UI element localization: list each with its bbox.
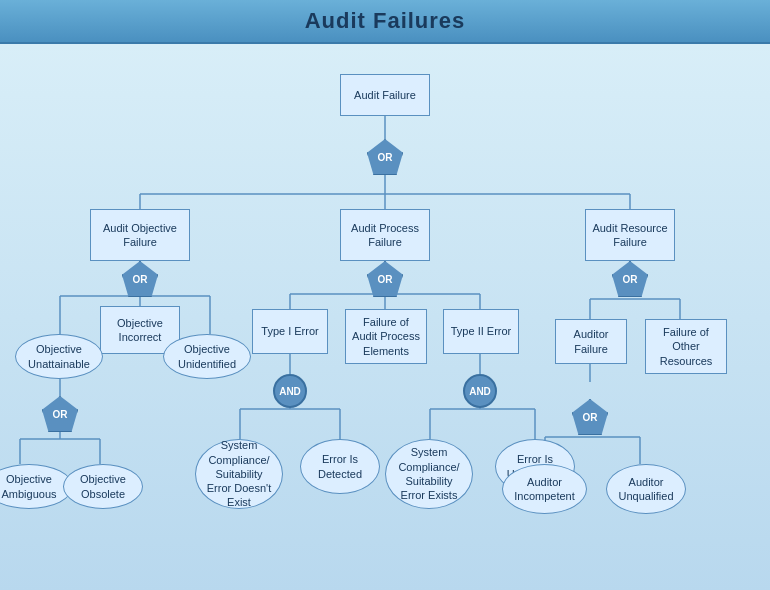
failure-other-resources-node: Failure of Other Resources [645,319,727,374]
and-gate-1: AND [273,374,307,408]
or-gate-1: OR [367,139,403,175]
objective-unattainable-node: Objective Unattainable [15,334,103,379]
error-detected-node: Error Is Detected [300,439,380,494]
failure-audit-process-elements-node: Failure of Audit Process Elements [345,309,427,364]
type1-error-node: Type I Error [252,309,328,354]
title-bar: Audit Failures [0,0,770,44]
auditor-failure-node: Auditor Failure [555,319,627,364]
or-gate-3: OR [367,261,403,297]
and-gate-2: AND [463,374,497,408]
type2-error-node: Type II Error [443,309,519,354]
audit-resource-failure-node: Audit Resource Failure [585,209,675,261]
or-gate-2: OR [122,261,158,297]
objective-obsolete-node: Objective Obsolete [63,464,143,509]
audit-failure-node: Audit Failure [340,74,430,116]
objective-unidentified-node: Objective Unidentified [163,334,251,379]
audit-process-failure-node: Audit Process Failure [340,209,430,261]
or-gate-4: OR [612,261,648,297]
auditor-incompetent-node: Auditor Incompetent [502,464,587,514]
or-gate-6: OR [572,399,608,435]
diagram-area: Audit Failure OR Audit Objective Failure… [0,44,770,590]
system-compliance1-node: System Compliance/ Suitability Error Doe… [195,439,283,509]
page-title: Audit Failures [305,8,466,33]
audit-objective-failure-node: Audit Objective Failure [90,209,190,261]
system-compliance2-node: System Compliance/ Suitability Error Exi… [385,439,473,509]
auditor-unqualified-node: Auditor Unqualified [606,464,686,514]
or-gate-5: OR [42,396,78,432]
